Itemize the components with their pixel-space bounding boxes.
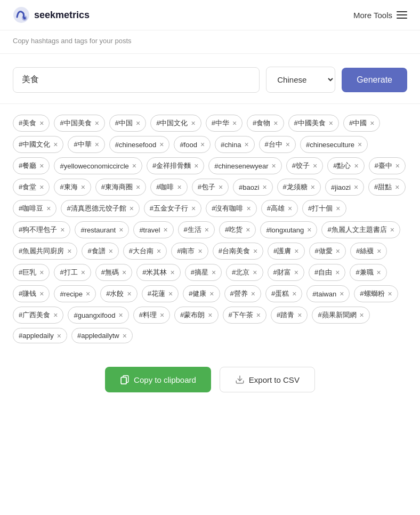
tag-remove-button[interactable]: × — [168, 290, 173, 297]
tag-remove-button[interactable]: × — [244, 141, 248, 148]
tag-remove-button[interactable]: × — [119, 311, 123, 319]
tag-remove-button[interactable]: × — [247, 205, 251, 212]
tag-remove-button[interactable]: × — [208, 311, 212, 319]
tag-remove-button[interactable]: × — [294, 269, 298, 276]
tag-remove-button[interactable]: × — [377, 247, 381, 255]
tag-remove-button[interactable]: × — [81, 269, 85, 276]
tag-remove-button[interactable]: × — [253, 247, 257, 255]
tag-remove-button[interactable]: × — [354, 183, 358, 191]
tag: #摘星× — [185, 264, 222, 281]
tag-remove-button[interactable]: × — [340, 290, 344, 297]
tag-remove-button[interactable]: × — [246, 226, 250, 234]
tag-label: #生活 — [184, 225, 201, 235]
tag-remove-button[interactable]: × — [67, 247, 71, 255]
tag-remove-button[interactable]: × — [335, 269, 340, 276]
tag-label: #台南美食 — [219, 246, 250, 256]
tag-remove-button[interactable]: × — [127, 290, 131, 297]
tag: #appledailytw× — [71, 328, 133, 343]
tag-remove-button[interactable]: × — [256, 311, 261, 319]
tag-remove-button[interactable]: × — [46, 205, 51, 212]
tag: #restaurant× — [75, 221, 129, 238]
tag: #appledaily× — [13, 328, 67, 343]
tag-remove-button[interactable]: × — [205, 226, 209, 234]
tag-remove-button[interactable]: × — [53, 141, 58, 148]
tag-remove-button[interactable]: × — [297, 311, 302, 319]
tag-remove-button[interactable]: × — [390, 226, 394, 234]
tag-remove-button[interactable]: × — [311, 183, 315, 191]
tag-remove-button[interactable]: × — [286, 141, 290, 148]
tag-remove-button[interactable]: × — [122, 269, 126, 276]
tag-remove-button[interactable]: × — [191, 205, 196, 212]
tag-remove-button[interactable]: × — [39, 162, 44, 170]
tag-remove-button[interactable]: × — [395, 162, 400, 170]
tag-remove-button[interactable]: × — [388, 290, 392, 297]
tag-remove-button[interactable]: × — [136, 183, 140, 191]
tag-remove-button[interactable]: × — [288, 205, 292, 212]
tag-remove-button[interactable]: × — [123, 332, 127, 340]
tag-remove-button[interactable]: × — [272, 162, 276, 170]
tag-remove-button[interactable]: × — [132, 162, 136, 170]
tag-remove-button[interactable]: × — [292, 290, 296, 297]
tag: #yelloweconomiccircle× — [54, 157, 142, 174]
tag-remove-button[interactable]: × — [336, 247, 340, 255]
tag-remove-button[interactable]: × — [354, 162, 358, 170]
tag-remove-button[interactable]: × — [395, 183, 399, 191]
logo[interactable]: seekmetrics — [13, 6, 90, 23]
tag-remove-button[interactable]: × — [200, 141, 205, 148]
tag-remove-button[interactable]: × — [39, 290, 44, 297]
tag-remove-button[interactable]: × — [377, 269, 381, 276]
tag-remove-button[interactable]: × — [358, 141, 362, 148]
tag-remove-button[interactable]: × — [119, 226, 123, 234]
tag-remove-button[interactable]: × — [329, 119, 333, 127]
tag-remove-button[interactable]: × — [86, 290, 90, 297]
search-input[interactable] — [13, 67, 260, 93]
tag-remove-button[interactable]: × — [177, 183, 182, 191]
tag-remove-button[interactable]: × — [191, 119, 196, 127]
tag-remove-button[interactable]: × — [307, 226, 311, 234]
copy-to-clipboard-button[interactable]: Copy to clipboard — [105, 367, 211, 392]
tag: #饺子× — [286, 157, 323, 174]
tag-label: #護膚 — [273, 246, 291, 256]
tag-remove-button[interactable]: × — [163, 226, 167, 234]
tag-remove-button[interactable]: × — [370, 119, 374, 127]
tag-remove-button[interactable]: × — [294, 247, 298, 255]
tag-remove-button[interactable]: × — [232, 119, 237, 127]
tag-remove-button[interactable]: × — [253, 269, 257, 276]
tag-remove-button[interactable]: × — [57, 332, 61, 340]
export-csv-button[interactable]: Export to CSV — [220, 367, 315, 392]
tag-remove-button[interactable]: × — [81, 183, 85, 191]
tag-remove-button[interactable]: × — [136, 119, 140, 127]
tag-label: #巨乳 — [19, 268, 36, 277]
tag-remove-button[interactable]: × — [130, 205, 134, 212]
tag-remove-button[interactable]: × — [194, 162, 198, 170]
tag-remove-button[interactable]: × — [109, 247, 113, 255]
tag-remove-button[interactable]: × — [157, 247, 161, 255]
tag-remove-button[interactable]: × — [212, 269, 216, 276]
tag-label: #中國文化 — [19, 140, 50, 149]
tag-remove-button[interactable]: × — [251, 290, 255, 297]
tag-remove-button[interactable]: × — [198, 247, 203, 255]
tag-remove-button[interactable]: × — [39, 269, 44, 276]
tag-remove-button[interactable]: × — [273, 119, 278, 127]
tag-remove-button[interactable]: × — [39, 119, 44, 127]
tag-remove-button[interactable]: × — [262, 183, 266, 191]
tag-remove-button[interactable]: × — [60, 226, 64, 234]
tag-remove-button[interactable]: × — [159, 141, 164, 148]
tag-remove-button[interactable]: × — [171, 269, 175, 276]
tag-remove-button[interactable]: × — [160, 311, 164, 319]
language-select[interactable]: Chinese English Japanese Korean Spanish — [266, 67, 335, 93]
tag-remove-button[interactable]: × — [313, 162, 317, 170]
tag: #東海× — [54, 179, 91, 196]
tag-label: #食物 — [253, 118, 270, 128]
tag-remove-button[interactable]: × — [39, 183, 44, 191]
tag-remove-button[interactable]: × — [360, 311, 364, 319]
tag-remove-button[interactable]: × — [95, 119, 99, 127]
tag-remove-button[interactable]: × — [53, 311, 58, 319]
tag-remove-button[interactable]: × — [95, 141, 99, 148]
tag-remove-button[interactable]: × — [209, 290, 214, 297]
tag-remove-button[interactable]: × — [219, 183, 223, 191]
more-tools-button[interactable]: More Tools — [353, 11, 407, 20]
generate-button[interactable]: Generate — [342, 68, 407, 92]
svg-point-2 — [23, 17, 26, 20]
tag-remove-button[interactable]: × — [336, 205, 340, 212]
